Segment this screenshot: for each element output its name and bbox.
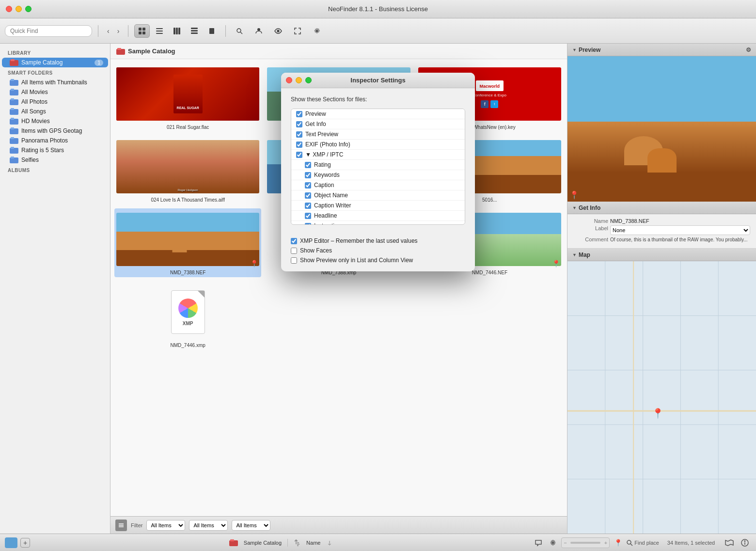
checkbox-instructions-label: Instructions <box>314 222 344 225</box>
checkbox-rating-label: Rating <box>314 161 331 168</box>
checkbox-headline-input[interactable] <box>305 213 311 219</box>
checkbox-xmp-iptc-input[interactable] <box>296 152 302 158</box>
modal-title: Inspector Settings <box>350 77 405 84</box>
checkbox-exif-label: EXIF (Photo Info) <box>305 141 350 148</box>
checkbox-caption-writer-label: Caption Writer <box>314 202 351 209</box>
modal-minimize-button[interactable] <box>296 77 302 83</box>
checkbox-object-name-input[interactable] <box>305 192 311 199</box>
checkbox-keywords-input[interactable] <box>305 172 311 178</box>
checkbox-preview-input[interactable] <box>296 111 302 117</box>
footer-preview-list-input[interactable] <box>291 257 297 264</box>
checkbox-text-preview[interactable]: Text Preview <box>291 129 465 140</box>
checkbox-headline[interactable]: Headline <box>291 211 465 221</box>
checkbox-list: Preview Get Info Text Preview EXIF (Phot… <box>291 109 465 225</box>
checkbox-caption-writer[interactable]: Caption Writer <box>291 201 465 211</box>
footer-xmp-editor-input[interactable] <box>291 238 297 244</box>
checkbox-object-name-label: Object Name <box>314 192 348 199</box>
footer-show-faces[interactable]: Show Faces <box>291 247 465 254</box>
checkbox-caption-input[interactable] <box>305 182 311 189</box>
footer-preview-list[interactable]: Show Preview only in List and Column Vie… <box>291 257 465 264</box>
modal-section-title: Show these Sections for files: <box>291 96 465 103</box>
modal-footer: XMP Editor – Remember the last used valu… <box>281 233 475 271</box>
checkbox-headline-label: Headline <box>314 212 337 219</box>
checkbox-keywords-label: Keywords <box>314 172 340 178</box>
checkbox-object-name[interactable]: Object Name <box>291 190 465 201</box>
checkbox-xmp-iptc-label: ▼ XMP / IPTC <box>305 151 343 158</box>
modal-content-area: Show these Sections for files: Preview G… <box>281 88 475 233</box>
checkbox-caption-writer-input[interactable] <box>305 203 311 209</box>
checkbox-preview-label: Preview <box>305 110 326 117</box>
modal-close-button[interactable] <box>286 77 292 83</box>
footer-xmp-editor[interactable]: XMP Editor – Remember the last used valu… <box>291 237 465 244</box>
checkbox-rating-input[interactable] <box>305 162 311 168</box>
checkbox-text-preview-label: Text Preview <box>305 131 338 138</box>
checkbox-preview[interactable]: Preview <box>291 109 465 119</box>
checkbox-get-info[interactable]: Get Info <box>291 119 465 129</box>
footer-xmp-editor-label: XMP Editor – Remember the last used valu… <box>300 237 418 244</box>
checkbox-exif[interactable]: EXIF (Photo Info) <box>291 140 465 150</box>
footer-show-faces-input[interactable] <box>291 248 297 254</box>
checkbox-get-info-input[interactable] <box>296 121 302 127</box>
checkbox-rating[interactable]: Rating <box>291 160 465 170</box>
footer-show-faces-label: Show Faces <box>300 247 332 254</box>
checkbox-text-preview-input[interactable] <box>296 131 302 138</box>
checkbox-xmp-iptc[interactable]: ▼ XMP / IPTC <box>291 150 465 160</box>
modal-maximize-button[interactable] <box>305 77 312 83</box>
checkbox-exif-input[interactable] <box>296 142 302 148</box>
modal-overlay: Inspector Settings Show these Sections f… <box>0 0 756 551</box>
checkbox-caption[interactable]: Caption <box>291 180 465 190</box>
footer-preview-list-label: Show Preview only in List and Column Vie… <box>300 257 413 264</box>
inspector-settings-modal: Inspector Settings Show these Sections f… <box>281 73 475 271</box>
checkbox-instructions[interactable]: Instructions <box>291 221 465 225</box>
checkbox-instructions-input[interactable] <box>305 223 311 225</box>
checkbox-get-info-label: Get Info <box>305 121 326 127</box>
checkbox-keywords[interactable]: Keywords <box>291 170 465 180</box>
checkbox-caption-label: Caption <box>314 182 334 189</box>
modal-traffic-lights <box>286 77 312 83</box>
modal-titlebar: Inspector Settings <box>281 73 475 88</box>
